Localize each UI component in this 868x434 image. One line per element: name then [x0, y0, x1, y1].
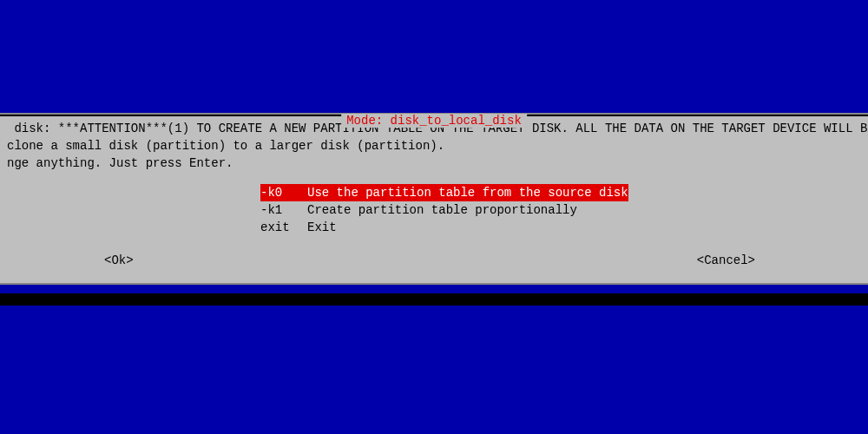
dialog-buttons: <Ok> <Cancel>: [0, 236, 868, 274]
dialog-body: disk: ***ATTENTION***(1) TO CREATE A NEW…: [0, 116, 868, 283]
option-k1[interactable]: -k1Create partition table proportionally: [260, 201, 577, 219]
option-key: exit: [260, 219, 307, 236]
option-key: -k0: [260, 184, 307, 201]
dialog-title: Mode: disk_to_local_disk: [341, 114, 527, 128]
message-line: clone a small disk (partition) to a larg…: [0, 137, 868, 155]
message-line: nge anything. Just press Enter.: [0, 155, 868, 172]
option-exit[interactable]: exitExit: [260, 219, 337, 236]
dialog-border: Mode: disk_to_local_disk: [0, 115, 868, 116]
dialog-shadow: [0, 293, 868, 306]
dialog-box: Mode: disk_to_local_disk disk: ***ATTENT…: [0, 113, 868, 285]
options-list: -k0Use the partition table from the sour…: [260, 184, 868, 236]
option-key: -k1: [260, 201, 307, 219]
option-label: Create partition table proportionally: [307, 203, 577, 217]
cancel-button[interactable]: <Cancel>: [697, 253, 755, 267]
option-label: Use the partition table from the source …: [307, 186, 628, 200]
option-k0[interactable]: -k0Use the partition table from the sour…: [260, 184, 628, 201]
ok-button[interactable]: <Ok>: [104, 253, 134, 267]
option-label: Exit: [307, 220, 337, 234]
